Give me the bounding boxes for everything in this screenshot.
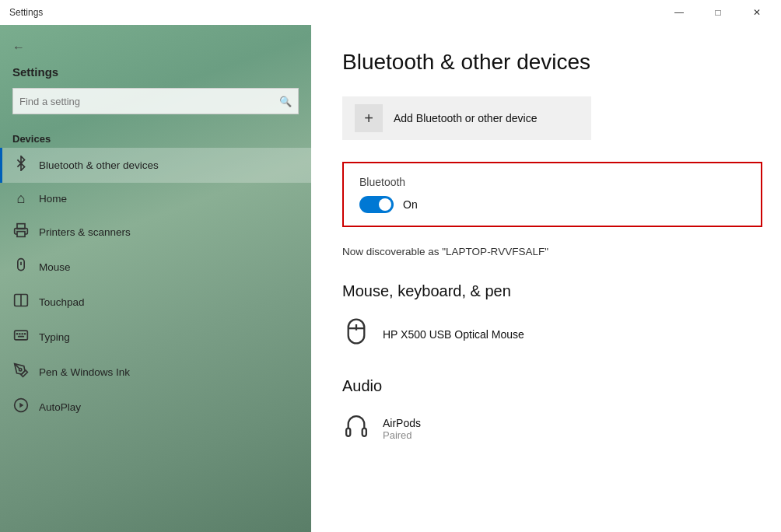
device-info-mouse: HP X500 USB Optical Mouse bbox=[383, 328, 524, 341]
sidebar-item-autoplay[interactable]: AutoPlay bbox=[0, 390, 311, 425]
category-audio: Audio AirPods Paired bbox=[342, 377, 750, 450]
add-device-button[interactable]: + Add Bluetooth or other device bbox=[342, 96, 591, 140]
category-mouse-keyboard-pen: Mouse, keyboard, & pen HP X500 USB Optic… bbox=[342, 282, 750, 355]
close-button[interactable]: ✕ bbox=[739, 0, 775, 25]
sidebar-item-touchpad[interactable]: Touchpad bbox=[0, 285, 311, 320]
search-input[interactable] bbox=[19, 96, 279, 107]
title-bar-controls: — □ ✕ bbox=[661, 0, 775, 25]
printers-icon bbox=[12, 222, 30, 242]
sidebar-app-title: Settings bbox=[0, 61, 311, 88]
sidebar-item-pen[interactable]: Pen & Windows Ink bbox=[0, 355, 311, 390]
sidebar-item-typing[interactable]: Typing bbox=[0, 320, 311, 355]
sidebar-item-printers[interactable]: Printers & scanners bbox=[0, 215, 311, 250]
svg-rect-14 bbox=[348, 320, 365, 344]
bluetooth-toggle[interactable] bbox=[359, 196, 394, 213]
bluetooth-icon bbox=[12, 156, 30, 175]
sidebar-item-printers-label: Printers & scanners bbox=[39, 226, 131, 238]
title-bar-left: Settings bbox=[9, 7, 43, 18]
device-name-mouse: HP X500 USB Optical Mouse bbox=[383, 328, 524, 341]
add-device-label: Add Bluetooth or other device bbox=[394, 112, 537, 124]
category-mouse-keyboard-pen-title: Mouse, keyboard, & pen bbox=[342, 282, 750, 300]
sidebar-item-pen-label: Pen & Windows Ink bbox=[39, 366, 130, 378]
device-name-airpods: AirPods bbox=[383, 417, 421, 429]
pen-icon bbox=[12, 362, 30, 382]
touchpad-icon bbox=[12, 292, 30, 312]
content-area: Bluetooth & other devices + Add Bluetoot… bbox=[311, 25, 781, 532]
app-title: Settings bbox=[9, 7, 43, 18]
bluetooth-toggle-label: On bbox=[403, 198, 418, 211]
device-info-airpods: AirPods Paired bbox=[383, 417, 421, 441]
headphones-icon bbox=[342, 412, 370, 446]
svg-rect-18 bbox=[362, 429, 366, 436]
bluetooth-section: Bluetooth On bbox=[342, 162, 762, 227]
bluetooth-toggle-row: On bbox=[359, 196, 745, 213]
svg-point-12 bbox=[19, 369, 22, 371]
sidebar-item-bluetooth[interactable]: Bluetooth & other devices bbox=[0, 148, 311, 183]
back-arrow-icon: ← bbox=[12, 40, 25, 54]
search-box[interactable]: 🔍 bbox=[12, 88, 299, 114]
autoplay-icon bbox=[12, 397, 30, 417]
back-button[interactable]: ← bbox=[0, 34, 311, 61]
home-icon: ⌂ bbox=[12, 191, 30, 207]
title-bar: Settings — □ ✕ bbox=[0, 0, 781, 25]
svg-rect-1 bbox=[17, 232, 25, 237]
toggle-knob bbox=[379, 198, 391, 211]
sidebar-item-mouse[interactable]: Mouse bbox=[0, 250, 311, 285]
sidebar-item-home-label: Home bbox=[39, 193, 67, 205]
sidebar: ← Settings 🔍 Devices Bluetooth & other d… bbox=[0, 25, 311, 532]
sidebar-item-touchpad-label: Touchpad bbox=[39, 296, 85, 308]
sidebar-item-autoplay-label: AutoPlay bbox=[39, 401, 81, 413]
mouse-icon bbox=[12, 257, 30, 277]
typing-icon bbox=[12, 327, 30, 347]
device-item-mouse: HP X500 USB Optical Mouse bbox=[342, 313, 750, 355]
add-icon: + bbox=[355, 104, 383, 132]
main-layout: ← Settings 🔍 Devices Bluetooth & other d… bbox=[0, 25, 781, 532]
mouse-device-icon bbox=[342, 317, 370, 351]
sidebar-item-bluetooth-label: Bluetooth & other devices bbox=[39, 159, 159, 171]
sidebar-item-mouse-label: Mouse bbox=[39, 261, 71, 273]
svg-rect-6 bbox=[15, 331, 28, 340]
page-title: Bluetooth & other devices bbox=[342, 50, 750, 75]
category-audio-title: Audio bbox=[342, 377, 750, 395]
svg-rect-17 bbox=[346, 429, 350, 436]
sidebar-section-label: Devices bbox=[0, 127, 311, 148]
sidebar-item-home[interactable]: ⌂ Home bbox=[0, 183, 311, 215]
device-status-airpods: Paired bbox=[383, 429, 421, 441]
sidebar-item-typing-label: Typing bbox=[39, 331, 70, 343]
search-icon: 🔍 bbox=[279, 96, 292, 107]
bluetooth-section-label: Bluetooth bbox=[359, 176, 745, 188]
maximize-button[interactable]: □ bbox=[700, 0, 736, 25]
device-item-airpods: AirPods Paired bbox=[342, 408, 750, 450]
discoverable-text: Now discoverable as "LAPTOP-RVVFSALF" bbox=[342, 246, 750, 257]
minimize-button[interactable]: — bbox=[661, 0, 697, 25]
